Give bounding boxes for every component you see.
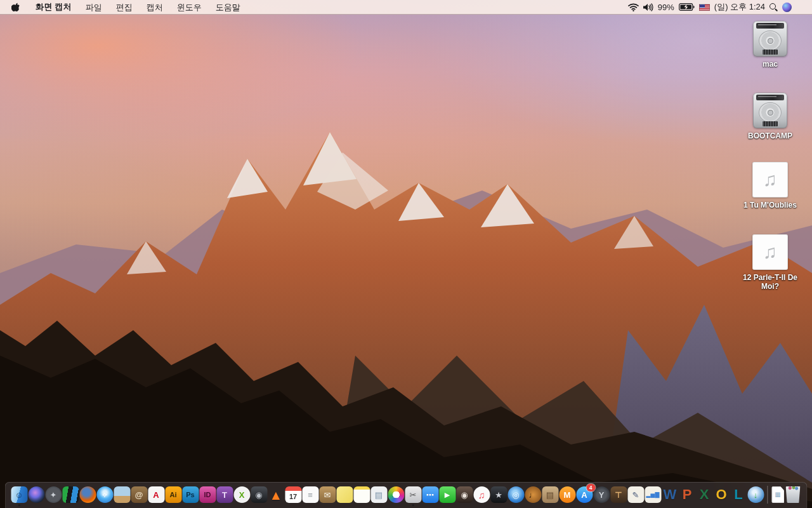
dock-icon-glyph: ✉: [324, 491, 331, 499]
dock-itunes-icon[interactable]: ♫: [473, 486, 490, 503]
dock-downloader-icon[interactable]: ↓: [747, 486, 764, 503]
dock-icon-glyph: X: [700, 488, 709, 502]
dock-photo-booth-icon[interactable]: ◉: [456, 486, 473, 503]
input-source-flag-icon[interactable]: [699, 4, 710, 11]
active-app-menu[interactable]: 화면 캡처: [29, 1, 79, 13]
apple-menu[interactable]: [8, 0, 29, 14]
dock-firefox-icon[interactable]: [79, 486, 96, 503]
dock-photos-icon[interactable]: [388, 486, 404, 503]
dock-word-icon[interactable]: W: [662, 486, 678, 503]
dock-icon-glyph: ✂: [410, 491, 417, 499]
dock-mission-control-icon[interactable]: [62, 486, 79, 503]
spotlight-search-icon[interactable]: [769, 3, 778, 11]
dock-icon-glyph: O: [716, 488, 726, 502]
dock-journal-app-icon[interactable]: ▤: [542, 486, 558, 503]
dock-photoshop-icon[interactable]: Ps: [182, 486, 199, 503]
dock-illustrator-icon[interactable]: Ai: [165, 486, 181, 503]
dock-trash-icon[interactable]: [785, 486, 801, 503]
dock-finder-icon[interactable]: ☺: [11, 486, 27, 503]
music-note-icon: ♫: [763, 169, 778, 190]
desktop-icon-audio-file-12[interactable]: ♫12 Parle-T-Il De Moi?: [737, 234, 803, 291]
dock-excel-icon[interactable]: X: [696, 486, 712, 503]
dock-numbers-09-icon[interactable]: ▂▅▇: [645, 486, 661, 503]
dock-reminders-icon[interactable]: ≡: [302, 486, 318, 503]
dock-icon-glyph: L: [734, 488, 742, 502]
desktop: 화면 캡처 파일편집캡처윈도우도움말 99%: [0, 0, 812, 508]
notification-center-icon[interactable]: [796, 4, 806, 10]
dock-garageband-icon[interactable]: ♩: [525, 486, 541, 503]
hard-drive-icon: [753, 93, 787, 128]
dock-icon-glyph: P: [683, 488, 692, 502]
dock-divider: [768, 486, 768, 504]
desktop-icon-drive-bootcamp[interactable]: BOOTCAMP: [737, 93, 803, 140]
dock-icon-glyph: ✧: [102, 491, 108, 499]
menubar-clock[interactable]: (일) 오후 1:24: [714, 1, 765, 13]
menu-capture[interactable]: 캡처: [140, 0, 170, 14]
dock-icon-glyph: 17: [289, 493, 297, 500]
dock-dvd-player-icon[interactable]: ◎: [508, 486, 524, 503]
apple-icon: [11, 3, 20, 12]
dock-icon-glyph: ≡: [308, 491, 313, 499]
dock-vlc-icon[interactable]: ▲: [268, 486, 284, 503]
menu-edit[interactable]: 편집: [109, 0, 140, 14]
dock: ☺✦✧@AAiPsIDTX◉▲17≡✉▤✂⋯▶◉♫★◎♩▤MA4Y⊤✎▂▅▇WP…: [5, 482, 808, 508]
dock-xee-icon[interactable]: X: [233, 486, 250, 503]
battery-charging-icon[interactable]: [679, 3, 695, 11]
dock-icon-glyph: ♫: [478, 490, 485, 500]
dock-archive-box-icon[interactable]: ✉: [319, 486, 336, 503]
dock-icon-glyph: ⊤: [615, 491, 622, 499]
dock-icon-glyph: Ps: [186, 491, 194, 498]
dock-messages-icon[interactable]: ⋯: [422, 486, 438, 503]
dock-icon-glyph: ☺: [15, 491, 23, 499]
wallpaper-mountains: [0, 0, 812, 508]
dock-facetime-icon[interactable]: ▶: [439, 486, 455, 503]
desktop-icon-drive-mac[interactable]: mac: [737, 21, 803, 69]
dock-contacts-icon[interactable]: @: [131, 486, 147, 503]
dock-icon-glyph: @: [135, 491, 143, 499]
dock-ibooks-icon[interactable]: M: [559, 486, 575, 503]
desktop-icon-audio-file-1[interactable]: ♫1 Tu M'Oublies: [737, 162, 803, 210]
hard-drive-icon: [753, 21, 787, 57]
menu-help[interactable]: 도움말: [209, 0, 247, 14]
dock-icon-glyph: M: [564, 491, 571, 499]
dock-icon-glyph: ▤: [546, 491, 554, 499]
dock-launchpad-icon[interactable]: ✦: [45, 486, 62, 503]
menu-window[interactable]: 윈도우: [170, 0, 209, 14]
audio-file-icon: ♫: [752, 234, 788, 270]
dock-stickies-icon[interactable]: [336, 486, 353, 503]
dock-outlook-icon[interactable]: O: [713, 486, 730, 503]
menu-file[interactable]: 파일: [79, 0, 109, 14]
menu-items: 파일편집캡처윈도우도움말: [79, 0, 247, 14]
dock-lync-icon[interactable]: L: [730, 486, 747, 503]
dock-icon-glyph: ▤: [375, 491, 383, 499]
running-indicator-dot: [412, 504, 414, 507]
dock-icon-glyph: ▂▅▇: [646, 492, 660, 498]
dock-icon-glyph: ♩: [529, 491, 537, 499]
dock-safari-icon[interactable]: ✧: [96, 486, 113, 503]
wifi-icon[interactable]: [628, 3, 639, 11]
dock-siri-icon[interactable]: [28, 486, 44, 503]
menu-bar: 화면 캡처 파일편집캡처윈도우도움말 99%: [0, 0, 812, 15]
dock-icon-glyph: ⋯: [426, 491, 435, 499]
dock-app-store-icon[interactable]: A4: [576, 486, 593, 503]
dock-steam-icon[interactable]: Y: [593, 486, 610, 503]
dock-pages-09-icon[interactable]: ✎: [627, 486, 644, 503]
dock-calendar-icon[interactable]: 17: [285, 486, 301, 503]
dock-imovie-icon[interactable]: ★: [490, 486, 507, 503]
dock-documents-app-icon[interactable]: ▤: [370, 486, 387, 503]
dock-acrobat-icon[interactable]: A: [148, 486, 164, 503]
volume-icon[interactable]: [643, 3, 653, 11]
dock-preview-icon[interactable]: [114, 486, 130, 503]
dock-powerpoint-icon[interactable]: P: [679, 486, 695, 503]
dock-icon-glyph: X: [239, 491, 245, 499]
dock-keynote-icon[interactable]: ⊤: [610, 486, 627, 503]
dock-icon-glyph: ★: [495, 491, 502, 499]
dock-indesign-icon[interactable]: ID: [199, 486, 216, 503]
dock-disk-utility-app-icon[interactable]: ◉: [251, 486, 267, 503]
siri-icon[interactable]: [782, 3, 792, 12]
dock-document-file-icon[interactable]: ▦: [771, 486, 784, 503]
dock-grab-icon[interactable]: ✂: [405, 486, 421, 503]
dock-toast-icon[interactable]: T: [216, 486, 233, 503]
dock-notes-icon[interactable]: [353, 486, 370, 503]
dock-icon-glyph: ▶: [445, 491, 450, 498]
